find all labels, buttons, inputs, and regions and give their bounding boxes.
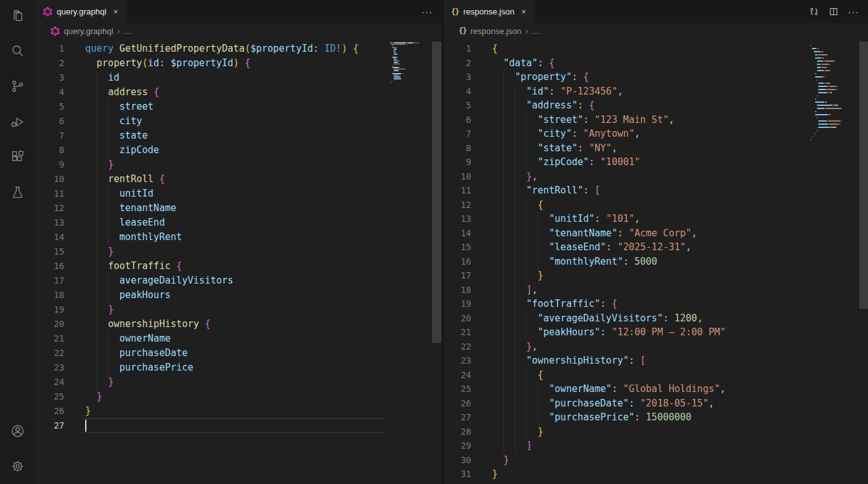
- code-line[interactable]: 5 street: [35, 100, 442, 114]
- code-line[interactable]: 27: [35, 418, 442, 433]
- code-line[interactable]: 17 }: [443, 268, 868, 283]
- source-control-icon[interactable]: [10, 79, 25, 94]
- breadcrumb-file[interactable]: query.graphql: [64, 26, 114, 36]
- run-debug-icon[interactable]: [10, 114, 25, 129]
- close-icon[interactable]: ×: [519, 7, 526, 16]
- code-line[interactable]: 27 "purchasePrice": 15000000: [443, 410, 868, 425]
- tabbar-left: query.graphql × ···: [35, 0, 442, 23]
- tab-label: response.json: [463, 7, 514, 16]
- code-line[interactable]: 20 ownershipHistory {: [35, 317, 442, 331]
- code-line[interactable]: 19 "footTraffic": {: [443, 297, 868, 311]
- code-line[interactable]: 21 ownerName: [35, 331, 442, 346]
- code-line[interactable]: 31}: [443, 467, 868, 481]
- code-line[interactable]: 23 "ownershipHistory": [: [443, 354, 868, 368]
- indent-guide: [503, 368, 504, 383]
- code-line[interactable]: 1query GetUnifiedPropertyData($propertyI…: [35, 42, 442, 56]
- extensions-icon[interactable]: [10, 149, 25, 164]
- code-line[interactable]: 23 purchasePrice: [35, 360, 442, 375]
- code-line[interactable]: 25 "ownerName": "Global Holdings",: [443, 382, 868, 396]
- tab-response-json[interactable]: {} response.json ×: [443, 0, 534, 23]
- code-line[interactable]: 22 },: [443, 340, 868, 354]
- vertical-scrollbar[interactable]: [859, 42, 868, 309]
- code-line[interactable]: 8 zipCode: [35, 143, 442, 158]
- code-line[interactable]: 2 "data": {: [443, 56, 868, 71]
- code-line[interactable]: 15 "leaseEnd": "2025-12-31",: [443, 240, 868, 255]
- code-line[interactable]: 5 "address": {: [443, 98, 868, 113]
- code-line[interactable]: 12 {: [443, 198, 868, 212]
- code-line[interactable]: 3 id: [35, 71, 442, 85]
- code-line[interactable]: 20 "averageDailyVisitors": 1200,: [443, 311, 868, 326]
- code-line[interactable]: 6 "street": "123 Main St",: [443, 113, 868, 127]
- code-line[interactable]: 2 property(id: $propertyId) {: [35, 56, 442, 71]
- line-number: 14: [443, 226, 471, 241]
- indent-guide: [515, 198, 515, 212]
- code-line[interactable]: 9 }: [35, 158, 442, 172]
- code-line[interactable]: 14 monthlyRent: [35, 230, 442, 245]
- vertical-scrollbar[interactable]: [432, 42, 442, 343]
- breadcrumb: query.graphql › …: [35, 23, 442, 38]
- code-line[interactable]: 22 purchaseDate: [35, 346, 442, 360]
- breadcrumb-ellipsis[interactable]: …: [532, 26, 540, 36]
- search-icon[interactable]: [10, 43, 25, 59]
- code-line[interactable]: 7 state: [35, 129, 442, 143]
- indent-guide: [97, 201, 97, 216]
- indent-guide: [526, 325, 527, 340]
- code-line[interactable]: 11 "rentRoll": [: [443, 183, 868, 198]
- code-line[interactable]: 30 }: [443, 453, 868, 468]
- indent-guide: [526, 368, 527, 383]
- code-line[interactable]: 8 "state": "NY",: [443, 141, 868, 156]
- tab-query-graphql[interactable]: query.graphql ×: [35, 0, 126, 23]
- code-line[interactable]: 12 tenantName: [35, 201, 442, 216]
- account-icon[interactable]: [10, 424, 25, 439]
- more-actions-icon[interactable]: ···: [848, 6, 859, 17]
- minimap[interactable]: [811, 44, 847, 142]
- code-line[interactable]: 9 "zipCode": "10001": [443, 155, 868, 170]
- code-line[interactable]: 7 "city": "Anytown",: [443, 127, 868, 141]
- code-line[interactable]: 6 city: [35, 114, 442, 129]
- tab-label: query.graphql: [57, 7, 107, 16]
- indent-guide: [503, 127, 504, 141]
- code-line[interactable]: 13 leaseEnd: [35, 216, 442, 230]
- code-line[interactable]: 17 averageDailyVisitors: [35, 274, 442, 288]
- code-line[interactable]: 14 "tenantName": "Acme Corp",: [443, 226, 868, 241]
- code-line[interactable]: 28 }: [443, 425, 868, 439]
- split-editor-icon[interactable]: [828, 6, 839, 17]
- code-line[interactable]: 16 footTraffic {: [35, 259, 442, 274]
- breadcrumb-file[interactable]: response.json: [470, 26, 521, 36]
- code-line[interactable]: 26 "purchaseDate": "2018-05-15",: [443, 396, 868, 411]
- code-line[interactable]: 1{: [443, 42, 868, 56]
- code-line[interactable]: 13 "unitId": "101",: [443, 212, 868, 226]
- code-line[interactable]: 15 }: [35, 245, 442, 259]
- line-number: 25: [35, 389, 64, 404]
- indent-guide: [97, 317, 97, 331]
- code-line[interactable]: 4 address {: [35, 85, 442, 100]
- code-line[interactable]: 16 "monthlyRent": 5000: [443, 255, 868, 269]
- code-line[interactable]: 18 peakHours: [35, 288, 442, 302]
- settings-gear-icon[interactable]: [10, 459, 25, 474]
- indent-guide: [537, 410, 538, 425]
- minimap[interactable]: [390, 42, 423, 86]
- close-icon[interactable]: ×: [111, 7, 119, 16]
- indent-guide: [515, 240, 515, 255]
- testing-icon[interactable]: [10, 185, 25, 200]
- more-actions-icon[interactable]: ···: [421, 6, 433, 17]
- code-line[interactable]: 29 ]: [443, 439, 868, 453]
- code-line[interactable]: 24 {: [443, 368, 868, 383]
- code-line[interactable]: 19 }: [35, 302, 442, 317]
- code-line[interactable]: 21 "peakHours": "12:00 PM – 2:00 PM": [443, 325, 868, 340]
- code-line[interactable]: 25 }: [35, 389, 442, 404]
- code-line[interactable]: 11 unitId: [35, 187, 442, 201]
- code-editor-graphql[interactable]: 1query GetUnifiedPropertyData($propertyI…: [35, 38, 442, 433]
- explorer-icon[interactable]: [10, 8, 25, 23]
- breadcrumb-ellipsis[interactable]: …: [124, 26, 132, 36]
- code-editor-json[interactable]: 1{2 "data": {3 "property": {4 "id": "P-1…: [443, 38, 868, 481]
- code-line[interactable]: 24 }: [35, 375, 442, 389]
- code-line[interactable]: 18 ],: [443, 283, 868, 297]
- code-line[interactable]: 4 "id": "P-123456",: [443, 84, 868, 99]
- code-line[interactable]: 10 rentRoll {: [35, 172, 442, 187]
- open-changes-icon[interactable]: [809, 6, 819, 17]
- code-line[interactable]: 10 },: [443, 170, 868, 184]
- code-line[interactable]: 26}: [35, 404, 442, 418]
- code-line[interactable]: 3 "property": {: [443, 70, 868, 84]
- indent-guide: [97, 129, 97, 143]
